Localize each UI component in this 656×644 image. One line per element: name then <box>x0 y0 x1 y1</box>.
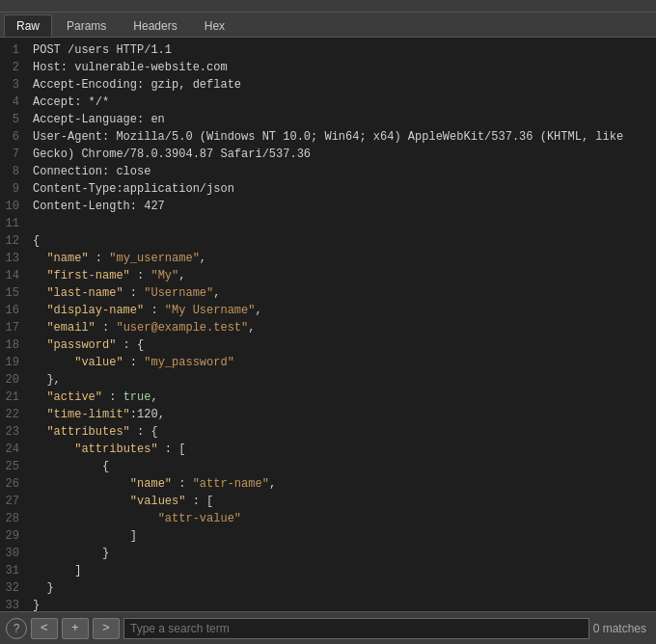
line-number: 16 <box>0 302 27 319</box>
line-number: 10 <box>0 198 27 215</box>
line-content: "active" : true, <box>27 389 158 406</box>
table-row: 12{ <box>0 232 656 250</box>
table-row: 7Gecko) Chrome/78.0.3904.87 Safari/537.3… <box>0 146 656 163</box>
line-number: 9 <box>0 180 27 198</box>
line-content: Accept-Encoding: gzip, deflate <box>27 76 241 94</box>
line-number: 32 <box>0 579 27 597</box>
table-row: 25 { <box>0 458 656 475</box>
table-row: 28 "attr-value" <box>0 510 656 527</box>
table-row: 26 "name" : "attr-name", <box>0 475 656 493</box>
table-row: 32 } <box>0 579 656 597</box>
prev-button[interactable]: < <box>31 618 58 639</box>
line-content: "name" : "attr-name", <box>27 475 276 493</box>
footer: ? < + > 0 matches <box>0 611 656 644</box>
tab-headers[interactable]: Headers <box>121 14 189 37</box>
help-button[interactable]: ? <box>6 618 27 639</box>
table-row: 2Host: vulnerable-website.com <box>0 59 656 76</box>
line-number: 28 <box>0 510 27 527</box>
content-area[interactable]: 1POST /users HTTP/1.12Host: vulnerable-w… <box>0 38 656 611</box>
table-row: 27 "values" : [ <box>0 493 656 510</box>
line-content <box>27 215 40 232</box>
table-row: 33} <box>0 597 656 611</box>
line-number: 31 <box>0 562 27 579</box>
table-row: 21 "active" : true, <box>0 389 656 406</box>
line-content: Accept-Language: en <box>27 111 165 128</box>
line-content: Connection: close <box>27 163 150 180</box>
line-content: Accept: */* <box>27 94 109 111</box>
line-content: ] <box>27 527 137 545</box>
line-number: 25 <box>0 458 27 475</box>
table-row: 1POST /users HTTP/1.1 <box>0 41 656 59</box>
line-content: User-Agent: Mozilla/5.0 (Windows NT 10.0… <box>27 128 623 146</box>
line-content: } <box>27 579 54 597</box>
line-content: Host: vulnerable-website.com <box>27 59 228 76</box>
line-content: "display-name" : "My Username", <box>27 302 262 319</box>
line-number: 2 <box>0 59 27 76</box>
line-number: 21 <box>0 389 27 406</box>
line-content: "email" : "user@example.test", <box>27 319 255 336</box>
table-row: 17 "email" : "user@example.test", <box>0 319 656 336</box>
line-content: { <box>27 458 109 475</box>
line-number: 3 <box>0 76 27 94</box>
tabs-bar: RawParamsHeadersHex <box>0 13 656 38</box>
line-number: 19 <box>0 354 27 371</box>
table-row: 16 "display-name" : "My Username", <box>0 302 656 319</box>
table-row: 10Content-Length: 427 <box>0 198 656 215</box>
line-number: 29 <box>0 527 27 545</box>
table-row: 14 "first-name" : "My", <box>0 267 656 284</box>
line-content: "password" : { <box>27 336 144 354</box>
line-number: 14 <box>0 267 27 284</box>
tab-raw[interactable]: Raw <box>4 14 52 37</box>
line-content: } <box>27 545 109 562</box>
add-button[interactable]: + <box>62 618 89 639</box>
line-number: 18 <box>0 336 27 354</box>
table-row: 23 "attributes" : { <box>0 423 656 441</box>
table-row: 18 "password" : { <box>0 336 656 354</box>
line-number: 5 <box>0 111 27 128</box>
line-content: "time-limit":120, <box>27 406 165 423</box>
line-number: 22 <box>0 406 27 423</box>
search-input[interactable] <box>123 618 589 639</box>
line-number: 8 <box>0 163 27 180</box>
line-number: 24 <box>0 441 27 458</box>
line-number: 6 <box>0 128 27 146</box>
line-number: 7 <box>0 146 27 163</box>
line-content: "first-name" : "My", <box>27 267 185 284</box>
line-number: 17 <box>0 319 27 336</box>
table-row: 6User-Agent: Mozilla/5.0 (Windows NT 10.… <box>0 128 656 146</box>
table-row: 4Accept: */* <box>0 94 656 111</box>
tab-params[interactable]: Params <box>54 14 119 37</box>
line-number: 4 <box>0 94 27 111</box>
line-number: 30 <box>0 545 27 562</box>
line-content: "name" : "my_username", <box>27 250 206 267</box>
table-row: 20 }, <box>0 371 656 389</box>
line-content: "value" : "my_password" <box>27 354 234 371</box>
line-number: 12 <box>0 232 27 250</box>
line-content: "attributes" : { <box>27 423 158 441</box>
table-row: 31 ] <box>0 562 656 579</box>
line-content: "last-name" : "Username", <box>27 284 220 302</box>
table-row: 13 "name" : "my_username", <box>0 250 656 267</box>
line-number: 15 <box>0 284 27 302</box>
line-number: 26 <box>0 475 27 493</box>
table-row: 15 "last-name" : "Username", <box>0 284 656 302</box>
table-row: 3Accept-Encoding: gzip, deflate <box>0 76 656 94</box>
tab-hex[interactable]: Hex <box>192 14 237 37</box>
table-row: 30 } <box>0 545 656 562</box>
line-content: POST /users HTTP/1.1 <box>27 41 172 59</box>
window-header <box>0 0 656 13</box>
table-row: 11 <box>0 215 656 232</box>
table-row: 22 "time-limit":120, <box>0 406 656 423</box>
line-content: Content-Type:application/json <box>27 180 234 198</box>
line-content: }, <box>27 371 61 389</box>
line-content: ] <box>27 562 81 579</box>
table-row: 5Accept-Language: en <box>0 111 656 128</box>
table-row: 29 ] <box>0 527 656 545</box>
table-row: 19 "value" : "my_password" <box>0 354 656 371</box>
line-number: 11 <box>0 215 27 232</box>
line-number: 23 <box>0 423 27 441</box>
next-button[interactable]: > <box>93 618 120 639</box>
line-content: "values" : [ <box>27 493 213 510</box>
matches-label: 0 matches <box>593 622 650 635</box>
line-content: Gecko) Chrome/78.0.3904.87 Safari/537.36 <box>27 146 311 163</box>
